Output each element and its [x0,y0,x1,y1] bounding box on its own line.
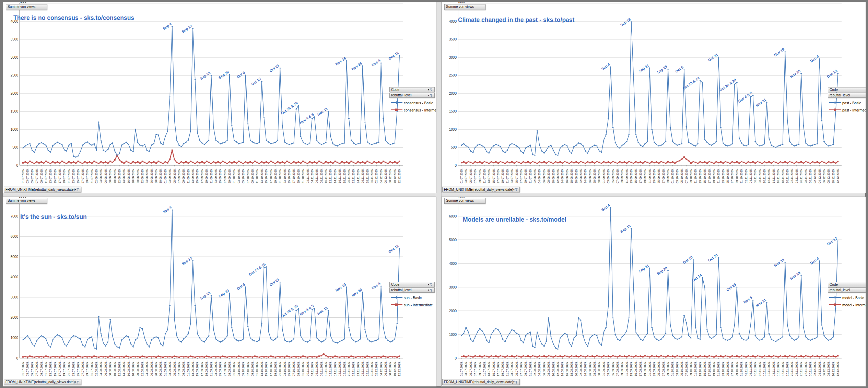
svg-text:25.10.2025..: 25.10.2025.. [726,361,729,376]
svg-text:03.07.2025..: 03.07.2025.. [26,361,29,376]
svg-text:29.07.2025..: 29.07.2025.. [524,168,527,184]
code-field-button[interactable]: Code▾ [828,282,866,287]
svg-text:15.10.2025..: 15.10.2025.. [703,361,706,376]
svg-text:3500: 3500 [449,37,457,41]
svg-text:6000: 6000 [449,214,457,218]
svg-text:Sep 4: Sep 4 [600,62,611,71]
consensus-chart-plot: 0500100015002000250030003500400001.07.20… [3,2,436,193]
svg-text:7000: 7000 [11,214,19,218]
svg-text:19.10.2025..: 19.10.2025.. [713,168,716,184]
svg-text:29.07.2025..: 29.07.2025.. [524,361,527,376]
svg-text:12.11.2025..: 12.11.2025.. [767,168,771,183]
svg-text:29.09.2025..: 29.09.2025.. [667,168,670,184]
svg-text:14.11.2025..: 14.11.2025.. [772,168,775,183]
svg-text:05.07.2025..: 05.07.2025.. [31,168,34,184]
axis-field-button[interactable]: FROM_UNIXTIME(rebuttal_daily_views.date)… [4,187,81,192]
intermediate-series [22,353,400,358]
svg-text:26.08.2025..: 26.08.2025.. [150,168,153,184]
svg-text:24.08.2025..: 24.08.2025.. [584,361,587,376]
svg-text:26.08.2025..: 26.08.2025.. [150,361,153,376]
rebuttal-level-field-button[interactable]: rebuttal_level▾ [389,287,435,293]
svg-text:16.11.2025..: 16.11.2025.. [777,168,780,183]
svg-text:17.07.2025..: 17.07.2025.. [497,168,500,184]
filter-icon: ▾ [428,87,433,92]
funnel-icon [430,289,433,292]
svg-text:29.09.2025..: 29.09.2025.. [228,361,231,376]
code-field-button[interactable]: Code▾ [389,282,435,287]
svg-text:12.12.2025..: 12.12.2025.. [398,168,401,184]
code-field-label: Code [830,282,838,287]
values-field-button[interactable]: Summe von views [444,4,485,10]
svg-text:05.10.2025..: 05.10.2025.. [242,168,245,184]
svg-text:18.08.2025..: 18.08.2025.. [570,168,573,184]
code-field-button[interactable]: Code▾ [828,87,866,92]
axis-field-button[interactable]: FROM_UNIXTIME(rebuttal_daily_views.date)… [442,187,520,192]
svg-text:21.09.2025..: 21.09.2025.. [210,361,213,376]
svg-text:06.08.2025..: 06.08.2025.. [104,168,107,184]
svg-text:15.09.2025..: 15.09.2025.. [196,361,199,376]
svg-text:23.09.2025..: 23.09.2025.. [653,361,656,376]
svg-text:17.09.2025..: 17.09.2025.. [201,168,204,184]
svg-text:15.07.2025..: 15.07.2025.. [492,361,495,376]
chart-window-past: 0500100015002000250030003500400001.07.20… [441,2,866,193]
svg-text:Nov 11: Nov 11 [755,298,767,308]
axis-field-label: FROM_UNIXTIME(rebuttal_daily_views.date) [5,187,75,192]
x-axis-labels: 01.07.2025..03.07.2025..05.07.2025..07.0… [460,358,840,376]
svg-text:17.09.2025..: 17.09.2025.. [201,361,204,376]
svg-text:30.11.2025..: 30.11.2025.. [371,361,374,376]
axis-field-button[interactable]: FROM_UNIXTIME(rebuttal_daily_views.date)… [442,379,520,385]
svg-text:22.08.2025..: 22.08.2025.. [579,361,583,376]
svg-text:500: 500 [451,145,457,149]
axis-field-button[interactable]: FROM_UNIXTIME(rebuttal_daily_views.date)… [4,379,81,385]
svg-text:14.08.2025..: 14.08.2025.. [122,168,126,184]
svg-text:03.10.2025..: 03.10.2025.. [237,361,241,376]
svg-text:05.10.2025..: 05.10.2025.. [242,361,245,376]
legend-entry-intermediate: sun - Intermediate [389,303,436,307]
values-field-button[interactable]: Summe von views [6,198,47,204]
rebuttal-level-field-button[interactable]: rebuttal_level▾ [389,93,435,98]
svg-text:22.08.2025..: 22.08.2025.. [141,168,144,184]
svg-text:21.09.2025..: 21.09.2025.. [210,168,213,184]
dropdown-arrow-icon: ▾ [75,187,76,192]
svg-text:1500: 1500 [11,109,19,113]
values-field-button[interactable]: Summe von views [444,198,485,204]
svg-text:20.08.2025..: 20.08.2025.. [575,361,578,376]
svg-text:26.11.2025..: 26.11.2025.. [800,361,803,376]
svg-text:28.08.2025..: 28.08.2025.. [155,168,158,184]
svg-text:23.07.2025..: 23.07.2025.. [72,168,75,184]
basic-series [22,209,400,350]
funnel-icon [515,380,518,384]
svg-text:21.07.2025..: 21.07.2025.. [506,361,509,376]
svg-text:10.12.2025..: 10.12.2025.. [394,361,397,376]
svg-text:28.08.2025..: 28.08.2025.. [155,361,158,376]
funnel-icon [430,283,433,286]
svg-text:28.11.2025..: 28.11.2025.. [805,361,808,376]
svg-text:02.11.2025..: 02.11.2025.. [306,361,309,376]
filter-icon: ▾ [513,380,518,384]
svg-text:25.07.2025..: 25.07.2025.. [515,361,518,376]
svg-text:Sep 4: Sep 4 [162,22,172,31]
svg-text:Nov 19: Nov 19 [335,282,347,293]
svg-text:25.10.2025..: 25.10.2025.. [288,361,291,376]
rebuttal-level-field-label: rebuttal_level [391,288,411,292]
legend: Code▾ rebuttal_level▾ consensus - Basic … [389,87,436,112]
svg-text:14.11.2025..: 14.11.2025.. [334,361,337,376]
code-field-button[interactable]: Code▾ [389,87,435,92]
chart-title: There is no consensus - sks.to/consensus [13,14,134,22]
svg-text:20.11.2025..: 20.11.2025.. [348,361,351,376]
svg-text:Dec 12: Dec 12 [826,236,838,246]
values-field-button[interactable]: Summe von views [6,4,47,10]
intermediate-series [22,150,400,164]
svg-text:0: 0 [16,164,18,167]
svg-text:29.07.2025..: 29.07.2025.. [86,168,89,184]
legend-label-basic: model - Basic [842,296,864,300]
svg-text:26.08.2025..: 26.08.2025.. [589,168,592,184]
svg-text:10.11.2025..: 10.11.2025.. [325,361,328,376]
svg-text:6000: 6000 [11,235,19,238]
svg-text:27.10.2025..: 27.10.2025.. [292,168,295,184]
svg-text:03.07.2025..: 03.07.2025.. [465,361,468,376]
svg-text:09.10.2025..: 09.10.2025.. [690,168,693,184]
rebuttal-level-field-button[interactable]: rebuttal_level▾ [828,287,866,293]
rebuttal-level-field-button[interactable]: rebuttal_level▾ [828,93,866,98]
svg-text:05.07.2025..: 05.07.2025.. [469,168,472,184]
